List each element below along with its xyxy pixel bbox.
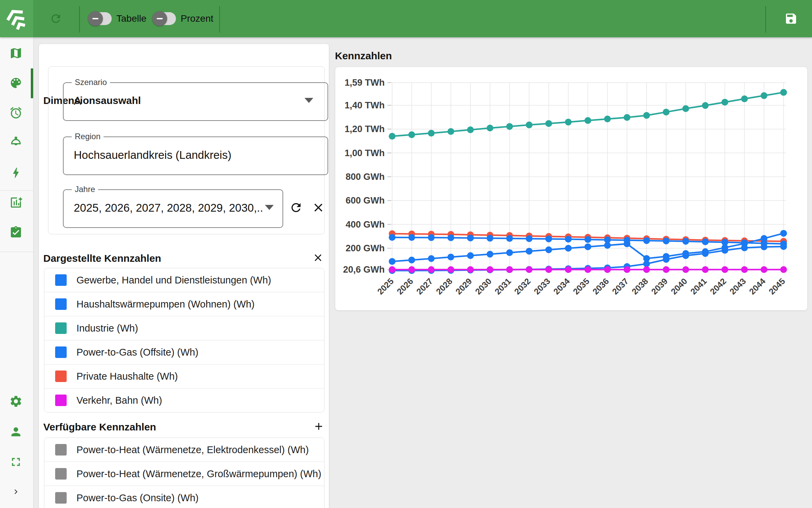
tabelle-toggle-label: Tabelle bbox=[116, 13, 146, 24]
kennzahl-label: Verkehr, Bahn (Wh) bbox=[76, 395, 162, 406]
kennzahl-label: Industrie (Wh) bbox=[76, 323, 138, 334]
svg-text:2043: 2043 bbox=[728, 276, 748, 296]
jahre-clear-button[interactable] bbox=[312, 201, 325, 214]
kennzahlen-chart-card: 1,59 TWh1,40 TWh1,20 TWh1,00 TWh800 GWh6… bbox=[335, 67, 808, 311]
svg-text:2035: 2035 bbox=[571, 276, 591, 296]
available-kennzahlen-list: Power-to-Heat (Wärmenetze, Elektrodenkes… bbox=[44, 438, 324, 508]
svg-text:600 GWh: 600 GWh bbox=[345, 195, 385, 206]
chart-title: Kennzahlen bbox=[335, 50, 392, 62]
svg-text:2025: 2025 bbox=[375, 276, 395, 296]
sidebar-item-energy[interactable] bbox=[9, 166, 23, 179]
sidebar-item-map[interactable] bbox=[9, 46, 23, 60]
kennzahl-row[interactable]: Private Haushalte (Wh) bbox=[44, 364, 324, 388]
shown-kennzahlen-list: Gewerbe, Handel und Dienstleistungen (Wh… bbox=[44, 268, 324, 412]
sidebar-item-alarm[interactable] bbox=[9, 106, 23, 120]
toolbar-divider bbox=[765, 6, 766, 33]
sidebar-item-settings[interactable] bbox=[9, 395, 23, 408]
series-color-swatch bbox=[55, 395, 67, 406]
kennzahl-row[interactable]: Power-to-Heat (Wärmenetze, Großwärmepump… bbox=[44, 462, 324, 486]
map-icon bbox=[9, 46, 23, 60]
svg-text:2044: 2044 bbox=[747, 276, 767, 296]
svg-text:2034: 2034 bbox=[551, 276, 571, 296]
sidebar-item-palette[interactable] bbox=[9, 76, 23, 90]
svg-text:800 GWh: 800 GWh bbox=[345, 172, 385, 182]
jahre-value: 2025, 2026, 2027, 2028, 2029, 2030,... bbox=[74, 190, 262, 226]
sidebar-divider bbox=[0, 190, 33, 191]
svg-text:200 GWh: 200 GWh bbox=[345, 243, 385, 253]
svg-text:2037: 2037 bbox=[610, 276, 630, 296]
toggle-track bbox=[89, 12, 112, 25]
prozent-toggle[interactable]: Prozent bbox=[154, 12, 213, 25]
kennzahl-row[interactable]: Power-to-Gas (Onsite) (Wh) bbox=[44, 486, 324, 508]
svg-text:2042: 2042 bbox=[708, 276, 728, 296]
plus-icon bbox=[313, 421, 324, 432]
svg-text:2045: 2045 bbox=[767, 276, 787, 296]
refresh-button[interactable] bbox=[49, 12, 62, 25]
kennzahl-label: Power-to-Heat (Wärmenetze, Elektrodenkes… bbox=[76, 444, 309, 456]
kennzahl-row[interactable]: Power-to-Heat (Wärmenetze, Elektrodenkes… bbox=[44, 438, 324, 462]
minus-icon bbox=[157, 18, 163, 19]
svg-text:1,40 TWh: 1,40 TWh bbox=[344, 100, 385, 110]
szenario-select[interactable]: Szenario A bbox=[63, 82, 328, 121]
sidebar-item-fullscreen[interactable] bbox=[9, 455, 23, 469]
toolbar-divider bbox=[79, 6, 80, 33]
jahre-select[interactable]: Jahre 2025, 2026, 2027, 2028, 2029, 2030… bbox=[63, 189, 283, 228]
line-chart[interactable]: 1,59 TWh1,40 TWh1,20 TWh1,00 TWh800 GWh6… bbox=[335, 67, 807, 310]
kennzahl-label: Haushaltswärmepumpen (Wohnen) (Wh) bbox=[76, 299, 255, 310]
kennzahl-row[interactable]: Industrie (Wh) bbox=[44, 316, 324, 340]
kennzahl-row[interactable]: Gewerbe, Handel und Dienstleistungen (Wh… bbox=[44, 268, 324, 292]
chevron-right-icon bbox=[11, 487, 21, 496]
series-color-swatch bbox=[55, 298, 67, 310]
kennzahl-label: Power-to-Gas (Offsite) (Wh) bbox=[76, 347, 198, 358]
alarm-clock-icon bbox=[9, 106, 23, 120]
toggle-thumb bbox=[152, 11, 167, 26]
toggle-thumb bbox=[88, 11, 103, 26]
fullscreen-icon bbox=[9, 455, 23, 469]
active-nav-indicator bbox=[31, 68, 33, 98]
kennzahl-row[interactable]: Haushaltswärmepumpen (Wohnen) (Wh) bbox=[44, 292, 324, 316]
kennzahl-label: Power-to-Gas (Onsite) (Wh) bbox=[76, 492, 199, 504]
sidebar-collapse-button[interactable] bbox=[11, 487, 21, 496]
region-field[interactable]: Region Hochsauerlandkreis (Landkreis) bbox=[63, 136, 328, 175]
region-value: Hochsauerlandkreis (Landkreis) bbox=[74, 137, 231, 173]
svg-text:1,20 TWh: 1,20 TWh bbox=[344, 124, 385, 134]
dimension-panel: Dimensionsauswahl Szenario A Region Hoch… bbox=[39, 44, 329, 508]
svg-text:2039: 2039 bbox=[649, 276, 669, 296]
kennzahl-label: Gewerbe, Handel und Dienstleistungen (Wh… bbox=[76, 275, 271, 286]
szenario-value: A bbox=[74, 83, 81, 119]
series-color-swatch bbox=[55, 492, 67, 504]
kennzahl-row[interactable]: Verkehr, Bahn (Wh) bbox=[44, 388, 324, 412]
prozent-toggle-label: Prozent bbox=[181, 13, 213, 24]
clipboard-check-icon bbox=[9, 226, 23, 239]
app-logo[interactable] bbox=[0, 0, 33, 37]
svg-text:2030: 2030 bbox=[473, 276, 493, 296]
toolbar-divider bbox=[219, 6, 220, 33]
kennzahl-row[interactable]: Power-to-Gas (Offsite) (Wh) bbox=[44, 340, 324, 364]
svg-text:1,59 TWh: 1,59 TWh bbox=[344, 78, 385, 88]
sidebar-item-lamp[interactable] bbox=[9, 136, 23, 150]
jahre-refresh-button[interactable] bbox=[289, 201, 303, 214]
svg-text:20,6 GWh: 20,6 GWh bbox=[343, 264, 385, 275]
chevron-down-icon bbox=[265, 205, 274, 210]
sidebar-item-account[interactable] bbox=[9, 425, 23, 439]
svg-text:2038: 2038 bbox=[630, 276, 650, 296]
save-icon bbox=[784, 12, 798, 25]
add-kennzahl-button[interactable] bbox=[313, 421, 324, 432]
dimension-selection-box: Szenario A Region Hochsauerlandkreis (La… bbox=[48, 66, 325, 234]
person-icon bbox=[9, 425, 23, 439]
svg-text:2028: 2028 bbox=[434, 276, 454, 296]
kennzahl-label: Private Haushalte (Wh) bbox=[76, 371, 178, 382]
sidebar-item-add-chart[interactable] bbox=[9, 196, 23, 209]
svg-text:2029: 2029 bbox=[454, 276, 474, 296]
fir-logo-icon bbox=[5, 6, 28, 31]
remove-all-kennzahlen-button[interactable] bbox=[312, 252, 324, 263]
svg-text:2026: 2026 bbox=[395, 276, 415, 296]
sidebar-divider bbox=[0, 252, 33, 252]
series-color-swatch bbox=[55, 371, 67, 382]
svg-text:2027: 2027 bbox=[414, 276, 434, 296]
tabelle-toggle[interactable]: Tabelle bbox=[89, 12, 146, 25]
sidebar-item-tasks[interactable] bbox=[9, 226, 23, 239]
close-icon bbox=[312, 201, 325, 214]
save-button[interactable] bbox=[784, 12, 798, 25]
minus-icon bbox=[92, 18, 98, 19]
